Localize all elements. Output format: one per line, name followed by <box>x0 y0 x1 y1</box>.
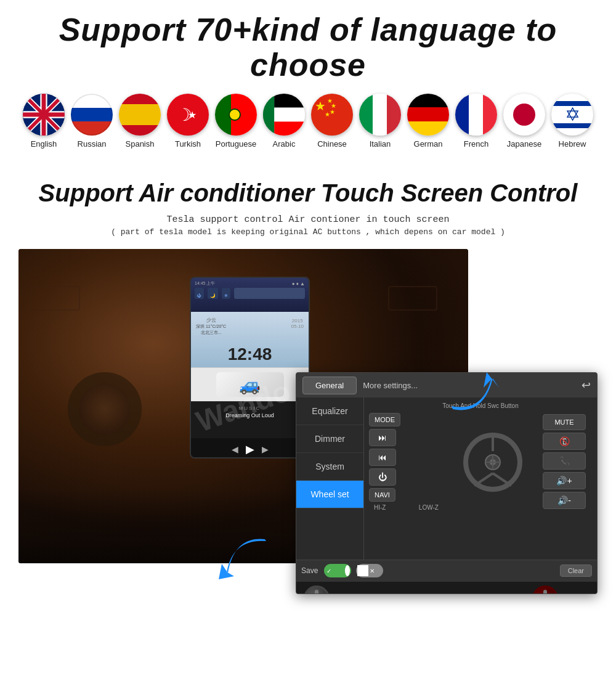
navi-button[interactable]: NAVI <box>369 488 395 502</box>
ac-section: Support Air conditioner Touch Screen Con… <box>0 161 616 619</box>
flag-label-turkey: Turkish <box>175 139 201 149</box>
music-section-label: MUSIC <box>195 406 305 411</box>
mode-button[interactable]: MODE <box>369 413 400 426</box>
flag-circle-russia <box>71 94 113 136</box>
ac-knob-right[interactable] <box>532 585 558 594</box>
panel-inner-layout: MODE ⏭ ⏮ ⏻ <box>369 413 592 511</box>
save-label: Save <box>301 566 318 575</box>
panel-sidebar: Equalizer Dimmer System Wheel set <box>296 397 364 560</box>
toggle-on[interactable]: ✓ <box>324 564 351 577</box>
flags-row: English Russian Spanish ☽ ★ Turkish <box>18 94 598 149</box>
tesla-screen-top: 14:45 上午 ● ♦ ▲ ⏻ 🌙 ❄ <box>191 278 309 312</box>
flag-label-china: Chinese <box>317 139 347 149</box>
tesla-controls[interactable]: ◀ ▶ ▶ <box>191 438 309 459</box>
vol-up-button[interactable]: 🔊+ <box>543 472 586 489</box>
blue-arrow-top <box>447 366 502 424</box>
next-btn[interactable]: ▶ <box>262 444 269 454</box>
power-button[interactable]: ⏻ <box>369 468 396 486</box>
flag-label-uk: English <box>31 139 57 149</box>
low-z-label: LOW-Z <box>419 504 439 511</box>
car-display-container: 14:45 上午 ● ♦ ▲ ⏻ 🌙 ❄ <box>18 249 598 606</box>
flag-label-israel: Hebrew <box>559 139 586 149</box>
back-button[interactable]: ↩ <box>582 378 591 392</box>
sidebar-dimmer[interactable]: Dimmer <box>296 425 363 453</box>
flag-label-russia: Russian <box>78 139 107 149</box>
tesla-screen-time: 12:48 <box>228 344 272 364</box>
next-track-button[interactable]: ⏭ <box>369 429 396 446</box>
flag-item-spain: Spanish <box>118 94 162 149</box>
prev-track-button[interactable]: ⏮ <box>369 449 396 466</box>
ac-bottom-bar: ⚙ 📶 🌀 A/C DUAL AUTO 8 OFF <box>296 581 597 594</box>
flag-circle-turkey: ☽ ★ <box>167 94 209 136</box>
music-song-name: Dreaming Out Loud <box>195 412 305 418</box>
flag-circle-portugal <box>215 94 257 136</box>
phone-answer-button[interactable]: 📞 <box>543 452 586 470</box>
sidebar-wheelset[interactable]: Wheel set <box>296 481 363 508</box>
flag-item-turkey: ☽ ★ Turkish <box>166 94 210 149</box>
flag-label-portugal: Portuguese <box>216 139 257 149</box>
blue-arrow-bottom <box>216 530 277 588</box>
prev-btn[interactable]: ◀ <box>232 444 238 454</box>
panel-center-area: MODE ⏭ ⏮ ⏻ <box>369 413 444 511</box>
vol-down-button[interactable]: 🔊- <box>543 492 586 509</box>
tesla-music: MUSIC Dreaming Out Loud <box>191 401 309 438</box>
toggle-check-icon: ✓ <box>326 568 331 574</box>
flag-label-uae: Arabic <box>273 139 296 149</box>
sidebar-system[interactable]: System <box>296 453 363 481</box>
flag-item-china: ★ ★ ★ ★ ★ Chinese <box>310 94 354 149</box>
clear-button[interactable]: Clear <box>560 565 592 577</box>
flag-item-uk: English <box>22 94 66 149</box>
panel-right-col: MUTE 📵 📞 🔊+ 🔊- <box>543 413 592 511</box>
fan-icon: 🌀 <box>362 593 375 595</box>
flag-circle-uae <box>263 94 305 136</box>
panel-save-row: Save ✓ ✕ Clear <box>296 560 597 581</box>
sidebar-equalizer[interactable]: Equalizer <box>296 397 363 425</box>
svg-rect-13 <box>263 94 274 136</box>
tab-general[interactable]: General <box>302 377 357 394</box>
toggle-off[interactable]: ✕ <box>356 564 383 577</box>
flag-circle-israel: ✡ <box>551 94 593 136</box>
ac-number: 8 <box>563 592 569 595</box>
flag-item-germany: German <box>406 94 450 149</box>
language-section: Support 70+kind of language to choose En… <box>0 0 616 161</box>
flag-circle-japan <box>503 94 545 136</box>
steering-wheel-area <box>448 413 538 511</box>
flag-circle-italy <box>359 94 401 136</box>
svg-line-16 <box>474 473 493 486</box>
flag-item-uae: Arabic <box>262 94 306 149</box>
toggle-circle <box>345 565 350 576</box>
hi-loz-row: HI-Z LOW-Z <box>369 504 444 511</box>
flag-item-israel: ✡ Hebrew <box>550 94 594 149</box>
flag-circle-germany <box>407 94 449 136</box>
svg-rect-11 <box>274 108 305 122</box>
flag-label-france: French <box>464 139 488 149</box>
flag-label-germany: German <box>414 139 443 149</box>
flag-circle-china: ★ ★ ★ ★ ★ <box>311 94 353 136</box>
flag-circle-france <box>455 94 497 136</box>
mode-navi-row: MODE <box>369 413 444 426</box>
ac-title: Support Air conditioner Touch Screen Con… <box>18 179 598 207</box>
steering-wheel-svg <box>462 431 524 493</box>
ac-subtitle: Tesla support control Air contioner in t… <box>18 214 598 225</box>
flag-item-italy: Italian <box>358 94 402 149</box>
flag-circle-uk <box>23 94 65 136</box>
phone-end-button[interactable]: 📵 <box>543 433 586 450</box>
svg-line-17 <box>493 473 511 486</box>
flag-item-portugal: Portuguese <box>214 94 258 149</box>
flag-item-russia: Russian <box>70 94 114 149</box>
flag-item-japan: Japanese <box>502 94 546 149</box>
ac-knob-left[interactable] <box>304 585 330 594</box>
flag-circle-spain <box>119 94 161 136</box>
mute-button[interactable]: MUTE <box>543 414 586 430</box>
flag-label-spain: Spanish <box>126 139 155 149</box>
hi-z-label: HI-Z <box>374 504 386 511</box>
svg-rect-10 <box>274 94 305 108</box>
flag-label-italy: Italian <box>370 139 391 149</box>
tesla-screen: 14:45 上午 ● ♦ ▲ ⏻ 🌙 ❄ <box>190 277 310 459</box>
play-btn[interactable]: ▶ <box>246 442 254 456</box>
tab-more-settings[interactable]: More settings... <box>363 381 418 390</box>
ac-note: ( part of tesla model is keeping origina… <box>18 227 598 237</box>
flag-item-france: French <box>454 94 498 149</box>
svg-rect-12 <box>274 122 305 136</box>
steering-display <box>462 425 524 499</box>
